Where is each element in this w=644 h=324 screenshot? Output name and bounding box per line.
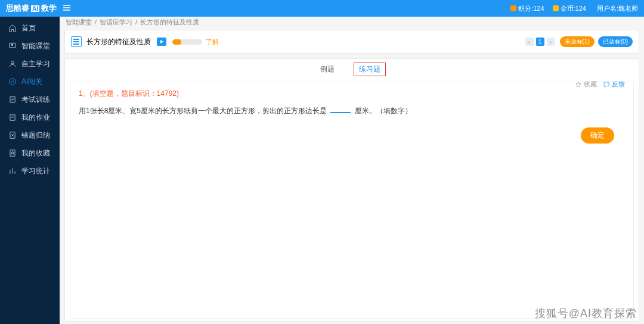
sidebar-item-label: 学习统计 <box>21 166 50 176</box>
sidebar-item-wrong[interactable]: 错题归纳 <box>0 126 60 144</box>
star-icon <box>8 149 17 157</box>
page-number[interactable]: 1 <box>536 38 544 46</box>
points-stat: 积分:124 <box>510 4 544 13</box>
homework-icon <box>8 113 17 122</box>
doc-icon <box>8 95 17 104</box>
status-not-reached[interactable]: 未达标(1) <box>560 36 595 47</box>
sidebar-item-label: 考试训练 <box>21 95 50 105</box>
brand-logo[interactable]: 思酷睿 AI 数学 <box>6 3 57 14</box>
progress-fill <box>172 39 181 45</box>
user-label[interactable]: 用户名:魏老师 <box>597 4 638 13</box>
brand-suffix: 数学 <box>41 3 57 14</box>
question-text-b: 厘米。（填数字） <box>355 107 412 115</box>
points-label: 积分:124 <box>518 4 544 13</box>
svg-rect-8 <box>604 82 609 86</box>
brand-prefix: 思酷睿 <box>6 3 29 14</box>
breadcrumb-sep: / <box>95 18 97 26</box>
ai-icon: AI <box>8 77 17 86</box>
status-reached[interactable]: 已达标(0) <box>598 36 633 47</box>
user-icon <box>8 60 17 68</box>
brand-mark: AI <box>31 5 39 12</box>
sidebar-item-smartclass[interactable]: 智能课堂 <box>0 37 60 55</box>
home-icon <box>8 24 17 32</box>
sidebar-item-label: AI闯关 <box>21 77 42 87</box>
sidebar-item-label: 智能课堂 <box>21 41 50 51</box>
prev-page-button[interactable]: ‹ <box>525 38 534 46</box>
next-page-button[interactable]: › <box>547 38 555 46</box>
confirm-button[interactable]: 确定 <box>581 127 614 144</box>
question-text-a: 用1张长8厘米、宽5厘米的长方形纸剪一个最大的正方形，剪出的正方形边长是 <box>79 107 327 115</box>
breadcrumb-b[interactable]: 智适应学习 <box>100 18 132 27</box>
tab-exercise[interactable]: 练习题 <box>354 63 386 76</box>
sidebar-item-favorites[interactable]: 我的收藏 <box>0 144 60 162</box>
sidebar-item-label: 首页 <box>21 23 36 33</box>
topic-bar: 长方形的特征及性质 了解 ‹ 1 › 未达标(1) 已达标(0) <box>64 30 639 54</box>
favorite-button[interactable]: 收藏 <box>575 80 597 89</box>
points-icon <box>510 5 516 11</box>
answer-blank[interactable] <box>330 112 351 113</box>
svg-point-1 <box>11 61 14 64</box>
progress-bar <box>172 39 202 45</box>
menu-toggle-icon[interactable] <box>63 4 71 14</box>
sidebar-item-label: 我的作业 <box>21 113 50 123</box>
tab-example[interactable]: 例题 <box>318 63 337 76</box>
feedback-icon <box>603 81 610 88</box>
wrong-icon <box>8 131 17 139</box>
breadcrumb-c: 长方形的特征及性质 <box>140 18 199 27</box>
document-icon <box>71 36 82 47</box>
question-card: 例题 练习题 收藏 反馈 1、(填空题，题目标识：14792) 用1张长8厘 <box>64 58 639 322</box>
sidebar-item-label: 自主学习 <box>21 59 50 69</box>
coins-label: 金币:124 <box>561 4 586 13</box>
sidebar-item-homework[interactable]: 我的作业 <box>0 108 60 126</box>
sidebar-item-home[interactable]: 首页 <box>0 19 60 37</box>
sidebar-item-ailevel[interactable]: AI AI闯关 <box>0 73 60 91</box>
favorite-label: 收藏 <box>584 80 597 89</box>
breadcrumb-sep: / <box>135 18 137 26</box>
feedback-label: 反馈 <box>612 80 625 89</box>
play-icon[interactable] <box>157 38 166 46</box>
breadcrumb: 智能课堂 / 智适应学习 / 长方形的特征及性质 <box>60 17 644 27</box>
sidebar-item-stats[interactable]: 学习统计 <box>0 162 60 180</box>
sidebar-item-label: 我的收藏 <box>21 148 50 158</box>
topbar: 思酷睿 AI 数学 积分:124 金币:124 用户名:魏老师 <box>0 0 644 17</box>
question-area: 收藏 反馈 1、(填空题，题目标识：14792) 用1张长8厘米、宽5厘米的长方… <box>70 82 634 319</box>
question-header: 1、(填空题，题目标识：14792) <box>79 89 625 99</box>
sidebar-item-label: 错题归纳 <box>21 130 50 141</box>
progress-label: 了解 <box>206 38 219 46</box>
topic-title: 长方形的特征及性质 <box>86 37 151 47</box>
breadcrumb-a[interactable]: 智能课堂 <box>66 18 92 27</box>
content-area: 智能课堂 / 智适应学习 / 长方形的特征及性质 长方形的特征及性质 了解 ‹ … <box>60 17 644 324</box>
star-outline-icon <box>575 81 582 88</box>
feedback-button[interactable]: 反馈 <box>603 80 625 89</box>
inner-tabs: 例题 练习题 <box>65 59 639 76</box>
chart-icon <box>8 167 17 175</box>
coins-icon <box>553 5 559 11</box>
question-body: 用1张长8厘米、宽5厘米的长方形纸剪一个最大的正方形，剪出的正方形边长是 厘米。… <box>79 105 625 117</box>
sidebar-item-exam[interactable]: 考试训练 <box>0 91 60 108</box>
sidebar: 首页 智能课堂 自主学习 AI AI闯关 考试训练 我的作业 错题归纳 我的收藏 <box>0 17 60 324</box>
coins-stat: 金币:124 <box>553 4 586 13</box>
svg-text:AI: AI <box>11 80 14 83</box>
monitor-icon <box>8 42 17 50</box>
sidebar-item-selfstudy[interactable]: 自主学习 <box>0 55 60 73</box>
